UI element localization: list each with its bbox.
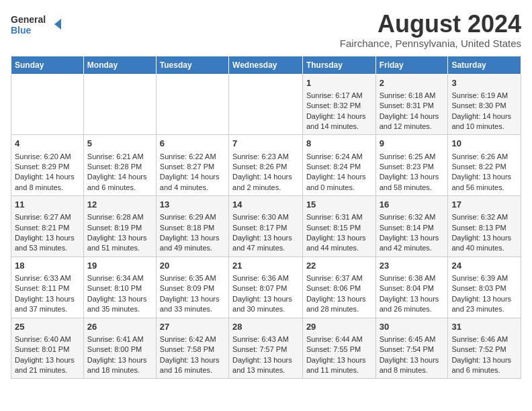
day-info-line: Sunset: 8:21 PM [15,223,80,233]
header-day-monday: Monday [83,56,156,74]
day-info-line: Sunset: 8:17 PM [232,223,299,233]
day-info-line: Daylight: 13 hours [160,233,225,243]
day-info-line: and 23 minutes. [451,304,517,314]
day-info-line: Daylight: 13 hours [451,233,517,243]
day-info-line: Sunrise: 6:44 AM [306,334,372,345]
day-info-line: Sunset: 8:10 PM [87,283,152,293]
day-number: 19 [87,260,152,272]
logo-icon: General Blue [11,11,64,38]
day-number: 18 [15,260,80,272]
day-number: 8 [306,138,372,150]
day-info-line: Sunrise: 6:29 AM [160,212,225,222]
day-info-line: Sunset: 7:52 PM [451,345,517,355]
day-info-line: and 53 minutes. [15,243,80,253]
day-number: 12 [87,199,152,211]
svg-marker-2 [54,19,61,30]
day-number: 23 [380,260,445,272]
day-info-line: Sunrise: 6:27 AM [15,212,80,222]
day-info-line: Daylight: 14 hours [232,172,299,182]
day-info-line: Daylight: 14 hours [15,172,80,182]
calendar-cell-8: 8Sunrise: 6:24 AMSunset: 8:24 PMDaylight… [302,135,375,196]
calendar-cell-10: 10Sunrise: 6:26 AMSunset: 8:22 PMDayligh… [448,135,521,196]
day-info-line: and 10 minutes. [451,122,517,132]
header-day-thursday: Thursday [302,56,375,74]
day-info-line: Daylight: 13 hours [160,294,225,304]
day-info-line: Daylight: 13 hours [306,294,372,304]
day-info-line: and 4 minutes. [160,183,225,193]
header-day-friday: Friday [375,56,448,74]
calendar-cell-4: 4Sunrise: 6:20 AMSunset: 8:29 PMDaylight… [11,135,84,196]
day-info-line: Daylight: 13 hours [15,355,80,365]
day-number: 7 [232,138,299,150]
day-info-line: Sunrise: 6:17 AM [306,91,372,101]
calendar-cell-24: 24Sunrise: 6:39 AMSunset: 8:03 PMDayligh… [448,257,521,318]
day-info-line: and 40 minutes. [451,243,517,253]
day-info-line: and 18 minutes. [87,365,152,375]
day-info-line: and 14 minutes. [306,122,372,132]
day-info-line: Daylight: 13 hours [451,172,517,182]
day-info-line: Sunrise: 6:35 AM [160,273,225,283]
calendar-body: 1Sunrise: 6:17 AMSunset: 8:32 PMDaylight… [11,74,521,379]
calendar-cell-12: 12Sunrise: 6:28 AMSunset: 8:19 PMDayligh… [83,196,156,257]
day-info-line: and 42 minutes. [380,243,445,253]
day-number: 21 [232,260,299,272]
day-info-line: Daylight: 13 hours [232,294,299,304]
day-info-line: and 8 minutes. [15,183,80,193]
calendar-week-3: 18Sunrise: 6:33 AMSunset: 8:11 PMDayligh… [11,257,521,318]
day-info-line: Daylight: 13 hours [380,172,445,182]
calendar-week-2: 11Sunrise: 6:27 AMSunset: 8:21 PMDayligh… [11,196,521,257]
calendar-cell-20: 20Sunrise: 6:35 AMSunset: 8:09 PMDayligh… [156,257,228,318]
day-info-line: Daylight: 13 hours [15,294,80,304]
day-info-line: Sunset: 8:30 PM [451,101,517,111]
calendar-cell-empty [83,74,156,135]
calendar-cell-30: 30Sunrise: 6:45 AMSunset: 7:54 PMDayligh… [375,318,448,379]
day-info-line: Daylight: 13 hours [380,294,445,304]
day-number: 9 [380,138,445,150]
day-info-line: Sunset: 8:26 PM [232,162,299,172]
calendar-week-1: 4Sunrise: 6:20 AMSunset: 8:29 PMDaylight… [11,135,521,196]
day-number: 29 [306,321,372,333]
day-info-line: Sunrise: 6:19 AM [451,91,517,101]
day-number: 4 [15,138,80,150]
day-info-line: Sunrise: 6:41 AM [87,334,152,345]
day-info-line: and 49 minutes. [160,243,225,253]
day-info-line: Daylight: 14 hours [380,111,445,122]
day-info-line: Sunset: 8:18 PM [160,223,225,233]
day-info-line: Daylight: 13 hours [451,355,517,365]
day-info-line: Sunrise: 6:28 AM [87,212,152,222]
day-info-line: Sunset: 8:32 PM [306,101,372,111]
day-info-line: and 2 minutes. [232,183,299,193]
calendar-cell-1: 1Sunrise: 6:17 AMSunset: 8:32 PMDaylight… [302,74,375,135]
day-info-line: and 58 minutes. [380,183,445,193]
calendar-cell-11: 11Sunrise: 6:27 AMSunset: 8:21 PMDayligh… [11,196,84,257]
day-info-line: Sunrise: 6:23 AM [232,152,299,162]
calendar-header: SundayMondayTuesdayWednesdayThursdayFrid… [11,56,521,74]
svg-text:Blue: Blue [11,25,32,36]
svg-text:General: General [11,14,46,25]
day-number: 3 [451,77,517,89]
day-info-line: Sunrise: 6:30 AM [232,212,299,222]
day-info-line: Sunset: 8:28 PM [87,162,152,172]
calendar-cell-15: 15Sunrise: 6:31 AMSunset: 8:15 PMDayligh… [302,196,375,257]
day-number: 28 [232,321,299,333]
day-info-line: Sunrise: 6:38 AM [380,273,445,283]
day-info-line: Sunset: 7:55 PM [306,345,372,355]
calendar-cell-31: 31Sunrise: 6:46 AMSunset: 7:52 PMDayligh… [448,318,521,379]
day-info-line: Daylight: 13 hours [160,355,225,365]
calendar-cell-7: 7Sunrise: 6:23 AMSunset: 8:26 PMDaylight… [229,135,303,196]
calendar-cell-27: 27Sunrise: 6:42 AMSunset: 7:58 PMDayligh… [156,318,228,379]
day-info-line: Sunrise: 6:46 AM [451,334,517,345]
day-info-line: Sunrise: 6:22 AM [160,152,225,162]
day-info-line: and 0 minutes. [306,183,372,193]
day-number: 14 [232,199,299,211]
day-info-line: Daylight: 13 hours [306,355,372,365]
calendar-cell-16: 16Sunrise: 6:32 AMSunset: 8:14 PMDayligh… [375,196,448,257]
day-info-line: Daylight: 14 hours [160,172,225,182]
calendar-cell-empty [229,74,303,135]
day-info-line: Sunset: 8:11 PM [15,283,80,293]
day-info-line: Sunrise: 6:43 AM [232,334,299,345]
day-info-line: Daylight: 13 hours [380,233,445,243]
day-info-line: Sunrise: 6:33 AM [15,273,80,283]
day-info-line: Sunset: 8:07 PM [232,283,299,293]
day-info-line: Sunrise: 6:31 AM [306,212,372,222]
